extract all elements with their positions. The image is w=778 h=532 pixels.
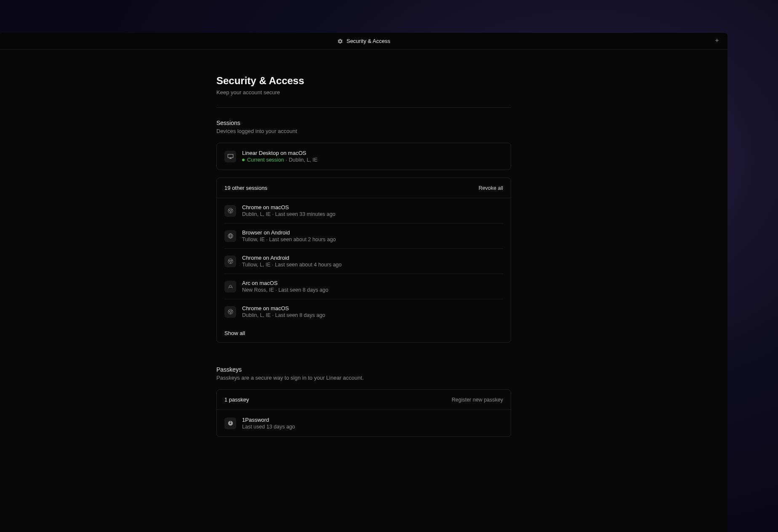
monitor-icon [224,151,236,162]
current-session-meta: Current session · Dublin, L, IE [242,157,503,163]
passkey-count: 1 passkey [224,396,249,403]
titlebar-title: Security & Access [346,38,390,44]
session-meta: Dublin, L, IE · Last seen 8 days ago [242,312,503,318]
session-row[interactable]: Chrome on macOSDublin, L, IE · Last seen… [224,198,503,223]
status-dot-icon [242,159,245,161]
session-row[interactable]: Chrome on AndroidTullow, L, IE · Last se… [224,249,503,274]
globe-icon [224,230,236,242]
session-name: Chrome on macOS [242,204,503,210]
passkey-meta: Last used 13 days ago [242,424,503,430]
svg-rect-10 [230,421,230,423]
passkeys-card: 1 passkey Register new passkey 1Password… [216,389,511,437]
session-meta: Dublin, L, IE · Last seen 33 minutes ago [242,211,503,217]
page-title: Security & Access [216,75,511,87]
passkeys-subtitle: Passkeys are a secure way to sign in to … [216,375,511,381]
current-session-card: Linear Desktop on macOS Current session … [216,143,511,170]
page-subtitle: Keep your account secure [216,89,511,96]
plus-icon[interactable] [714,37,720,45]
chrome-icon [224,306,236,318]
passkeys-title: Passkeys [216,366,511,373]
passkey-name: 1Password [242,417,503,423]
other-sessions-count: 19 other sessions [224,185,267,191]
current-session-location: Dublin, L, IE [289,157,317,163]
session-name: Browser on Android [242,229,503,236]
session-name: Chrome on Android [242,255,503,261]
show-all-button[interactable]: Show all [217,324,511,342]
session-name: Chrome on macOS [242,305,503,311]
titlebar: Security & Access [0,33,727,50]
session-row[interactable]: Browser on AndroidTullow, IE · Last seen… [224,223,503,249]
app-window: Security & Access Security & Access Keep… [0,33,727,532]
sessions-subtitle: Devices logged into your account [216,128,511,134]
svg-point-9 [229,423,231,424]
current-session-name: Linear Desktop on macOS [242,150,503,156]
revoke-all-button[interactable]: Revoke all [479,185,503,191]
other-sessions-card: 19 other sessions Revoke all Chrome on m… [216,178,511,343]
chrome-icon [224,255,236,267]
session-row[interactable]: Arc on macOSNew Ross, IE · Last seen 8 d… [224,274,503,299]
current-session-status: Current session [247,157,284,163]
key-icon [224,418,236,429]
arc-icon [224,281,236,293]
chrome-icon [224,205,236,217]
sessions-title: Sessions [216,120,511,126]
session-meta: Tullow, IE · Last seen about 2 hours ago [242,237,503,242]
titlebar-center: Security & Access [337,38,390,44]
session-meta: New Ross, IE · Last seen 8 days ago [242,287,503,293]
session-meta: Tullow, L, IE · Last seen about 4 hours … [242,262,503,268]
register-passkey-button[interactable]: Register new passkey [452,397,503,403]
passkey-row[interactable]: 1PasswordLast used 13 days ago [217,410,511,436]
session-row[interactable]: Chrome on macOSDublin, L, IE · Last seen… [224,299,503,324]
session-name: Arc on macOS [242,280,503,286]
divider [216,107,511,108]
gear-icon [337,38,343,44]
